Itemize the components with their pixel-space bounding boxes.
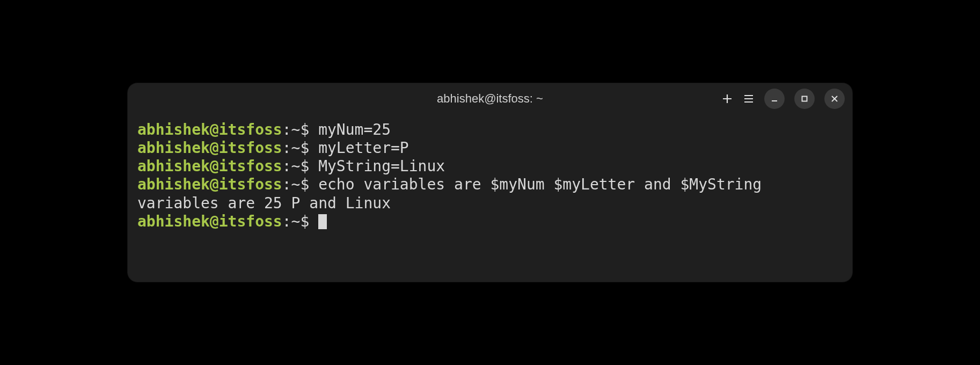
terminal-line: variables are 25 P and Linux [137,194,843,213]
cursor [318,214,327,229]
close-button[interactable] [824,89,845,109]
prompt-user-host: abhishek@itsfoss [137,121,282,138]
minimize-icon [770,94,779,103]
minimize-button[interactable] [764,89,785,109]
output-text: variables are 25 P and Linux [137,194,391,212]
command-text: MyString=Linux [318,157,445,175]
terminal-body[interactable]: abhishek@itsfoss:~$ myNum=25abhishek@its… [128,114,852,282]
prompt-symbol: $ [300,139,318,157]
maximize-button[interactable] [794,89,815,109]
prompt-user-host: abhishek@itsfoss [137,176,282,193]
prompt-user-host: abhishek@itsfoss [137,157,282,175]
prompt-path: ~ [291,121,301,138]
prompt-user-host: abhishek@itsfoss [137,139,282,157]
hamburger-icon [743,93,755,105]
titlebar: abhishek@itsfoss: ~ [128,83,852,114]
terminal-line: abhishek@itsfoss:~$ MyString=Linux [137,157,843,176]
window-title: abhishek@itsfoss: ~ [437,92,543,106]
maximize-icon [800,94,809,103]
prompt-path: ~ [291,213,301,230]
prompt-separator: : [282,157,291,175]
prompt-symbol: $ [300,157,318,175]
prompt-separator: : [282,213,291,230]
prompt-symbol: $ [300,176,318,193]
close-icon [830,94,839,103]
terminal-line: abhishek@itsfoss:~$ myNum=25 [137,121,843,139]
terminal-line: abhishek@itsfoss:~$ [137,213,843,231]
prompt-separator: : [282,121,291,138]
plus-icon [721,93,733,105]
prompt-path: ~ [291,157,301,175]
prompt-symbol: $ [300,121,318,138]
prompt-user-host: abhishek@itsfoss [137,213,282,230]
command-text: myLetter=P [318,139,409,157]
command-text: echo variables are $myNum $myLetter and … [318,176,762,193]
menu-button[interactable] [743,93,755,105]
prompt-separator: : [282,139,291,157]
svg-rect-6 [802,97,807,101]
new-tab-button[interactable] [721,93,733,105]
prompt-separator: : [282,176,291,193]
terminal-line: abhishek@itsfoss:~$ myLetter=P [137,139,843,157]
terminal-window: abhishek@itsfoss: ~ [128,83,852,282]
prompt-path: ~ [291,139,301,157]
command-text: myNum=25 [318,121,391,138]
prompt-path: ~ [291,176,301,193]
prompt-symbol: $ [300,213,318,230]
titlebar-controls [721,89,845,109]
terminal-line: abhishek@itsfoss:~$ echo variables are $… [137,176,843,194]
